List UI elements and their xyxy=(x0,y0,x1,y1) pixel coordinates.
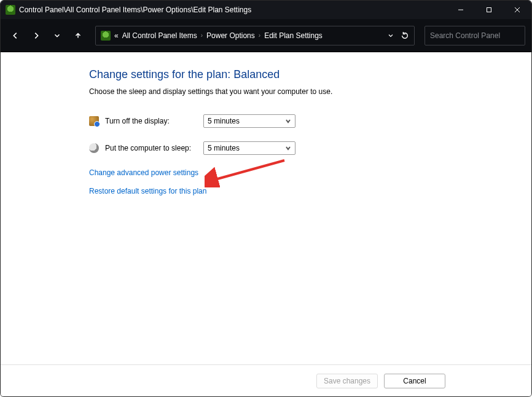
control-panel-icon xyxy=(6,5,15,15)
sleep-timeout-row: Put the computer to sleep: 5 minutes xyxy=(89,141,531,155)
chevron-right-icon: › xyxy=(259,32,260,39)
recent-locations-button[interactable] xyxy=(49,27,66,44)
up-button[interactable] xyxy=(69,27,87,44)
svg-rect-1 xyxy=(487,8,491,12)
save-changes-button: Save changes xyxy=(316,374,378,388)
back-button[interactable] xyxy=(7,27,24,44)
address-bar[interactable]: « All Control Panel Items › Power Option… xyxy=(95,26,415,45)
chevron-down-icon[interactable] xyxy=(387,32,394,39)
refresh-icon[interactable] xyxy=(401,31,409,40)
display-timeout-select[interactable]: 5 minutes xyxy=(203,114,295,128)
chevron-down-icon xyxy=(285,145,291,151)
page-heading: Change settings for the plan: Balanced xyxy=(89,68,531,81)
display-timeout-value: 5 minutes xyxy=(208,117,240,125)
maximize-button[interactable] xyxy=(475,1,503,19)
restore-defaults-link[interactable]: Restore default settings for this plan xyxy=(89,187,531,195)
forward-button[interactable] xyxy=(28,27,45,44)
sleep-timeout-label: Put the computer to sleep: xyxy=(105,144,203,152)
search-input[interactable] xyxy=(430,31,522,40)
minimize-button[interactable] xyxy=(447,1,475,19)
cancel-button[interactable]: Cancel xyxy=(384,374,445,388)
display-timeout-row: Turn off the display: 5 minutes xyxy=(89,114,531,128)
display-icon xyxy=(89,116,99,126)
content: Change settings for the plan: Balanced C… xyxy=(1,52,531,364)
close-button[interactable] xyxy=(503,1,531,19)
chevron-right-icon: › xyxy=(201,32,203,39)
window-title: Control Panel\All Control Panel Items\Po… xyxy=(19,6,251,14)
sleep-timeout-select[interactable]: 5 minutes xyxy=(203,141,295,155)
breadcrumb-item[interactable]: Edit Plan Settings xyxy=(264,31,323,40)
breadcrumb-item[interactable]: All Control Panel Items xyxy=(122,31,197,40)
sleep-icon xyxy=(89,143,99,153)
search-box[interactable] xyxy=(424,26,525,45)
navbar: « All Control Panel Items › Power Option… xyxy=(1,19,531,52)
titlebar: Control Panel\All Control Panel Items\Po… xyxy=(1,1,531,19)
display-timeout-label: Turn off the display: xyxy=(105,117,203,125)
breadcrumb-prefix: « xyxy=(114,31,119,40)
chevron-down-icon xyxy=(285,118,291,124)
page-subheading: Choose the sleep and display settings th… xyxy=(89,87,531,96)
breadcrumb-item[interactable]: Power Options xyxy=(206,31,255,40)
control-panel-icon xyxy=(101,31,111,41)
sleep-timeout-value: 5 minutes xyxy=(208,144,240,152)
footer: Save changes Cancel xyxy=(1,364,531,396)
advanced-power-settings-link[interactable]: Change advanced power settings xyxy=(89,168,531,177)
